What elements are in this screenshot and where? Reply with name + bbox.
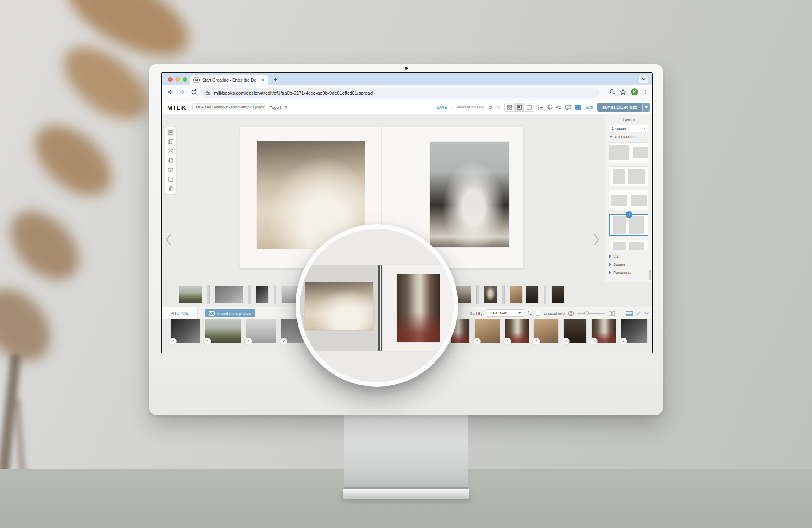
filmstrip-spread-2[interactable] (210, 286, 248, 303)
grid-photo-11[interactable]: ✓ (505, 319, 529, 343)
buy-button-label[interactable]: BUY $1,131.60 NZD (597, 103, 642, 112)
list-icon[interactable] (538, 105, 543, 110)
grid-photo-13[interactable]: ✓ (564, 319, 586, 343)
sort-dropdown[interactable]: Date taken (487, 309, 524, 317)
layouts-tool-icon[interactable] (167, 129, 174, 136)
svg-text:?: ? (568, 106, 569, 108)
panel-view-icon[interactable] (626, 311, 633, 316)
zoom-icon[interactable] (609, 89, 615, 95)
unused-only-checkbox[interactable] (536, 311, 540, 316)
large-thumbnail-icon (609, 311, 615, 316)
tab-search-chevron[interactable] (639, 75, 648, 83)
filmstrip-photo[interactable] (215, 286, 243, 303)
url-bar[interactable]: milkbooks.com/design/#/edit/df1faa6b-917… (201, 88, 599, 98)
images-count-dropdown[interactable]: 2 images (609, 125, 648, 132)
grid-photo-15[interactable]: ✓ (621, 319, 647, 343)
grid-photo-12[interactable]: ✓ (534, 319, 558, 343)
photos-tab[interactable]: PHOTOS (162, 307, 198, 319)
add-page-tool-icon[interactable] (167, 138, 174, 145)
spread-photo-bride-exiting-car[interactable] (430, 142, 509, 247)
filmstrip-spread-1[interactable] (174, 286, 207, 303)
swap-images-badge[interactable]: ⇄ (625, 211, 632, 218)
previous-spread-button[interactable] (165, 234, 174, 246)
buy-dropdown-caret[interactable] (642, 103, 650, 112)
next-spread-button[interactable] (593, 234, 602, 246)
layout-option-2[interactable] (609, 166, 648, 186)
layout-option-1[interactable] (609, 142, 648, 162)
photo-used-check-badge: ✓ (244, 338, 252, 345)
section-label: 4:3 Standard (615, 135, 636, 139)
sidebar-scrollbar[interactable] (649, 270, 651, 280)
section-panorama[interactable]: Panorama (605, 268, 652, 276)
minimize-window-icon[interactable] (175, 77, 180, 82)
new-tab-button[interactable]: + (274, 76, 277, 82)
filmstrip-spread-11[interactable] (546, 286, 569, 303)
filmstrip-photo[interactable] (526, 286, 538, 303)
filmstrip-spread-10[interactable] (505, 286, 544, 303)
window-controls[interactable] (168, 77, 187, 82)
undo-icon[interactable]: ↺ (488, 104, 493, 110)
buy-button[interactable]: BUY $1,131.60 NZD (597, 103, 650, 112)
filmstrip-spread-3[interactable] (251, 286, 274, 303)
grid-view-icon[interactable] (505, 103, 514, 111)
browser-menu-icon[interactable]: ⋮ (643, 91, 648, 93)
filmstrip-photo[interactable] (256, 286, 268, 303)
save-button[interactable]: SAVE (436, 105, 447, 110)
project-title-field[interactable]: Mr & Mrs Seymour - ProdSamp23 (copy) (192, 103, 265, 110)
gear-icon[interactable] (547, 104, 553, 110)
tab-title: Start Creating - Enter the De (202, 78, 256, 82)
filmstrip-photo[interactable] (552, 286, 564, 303)
grid-photo-14[interactable]: ✓ (592, 319, 616, 343)
milk-logo: MILK (167, 104, 187, 111)
grid-photo-3[interactable]: ✓ (246, 319, 276, 343)
filmstrip-photo[interactable] (484, 286, 497, 303)
layout-option-3[interactable] (609, 190, 648, 210)
close-window-icon[interactable] (168, 77, 173, 82)
filmstrip-divider (248, 285, 251, 304)
spread-view-icon[interactable] (524, 103, 534, 111)
section-32[interactable]: 3:2 (605, 250, 652, 260)
grid-photo-1[interactable]: ✓ (171, 319, 200, 343)
section-square[interactable]: Square (605, 260, 652, 268)
forward-icon[interactable] (179, 89, 186, 95)
filmstrip-divider (502, 285, 505, 304)
edit-tool-icon[interactable] (167, 166, 174, 173)
reload-icon[interactable] (191, 89, 197, 95)
profile-avatar[interactable]: K (631, 88, 638, 95)
chat-bubble-icon[interactable] (575, 105, 581, 110)
bookmark-star-icon[interactable] (620, 89, 626, 95)
filmstrip-photo[interactable] (510, 286, 522, 303)
layout-option-4[interactable]: ⇄ (609, 214, 648, 236)
sort-direction-icon[interactable] (527, 311, 532, 316)
site-settings-icon[interactable] (205, 91, 211, 96)
magnified-spread (300, 229, 454, 382)
info-tool-icon[interactable] (167, 175, 174, 183)
exit-button[interactable]: Exit (586, 105, 593, 110)
back-icon[interactable] (167, 89, 173, 95)
zoom-window-icon[interactable] (183, 77, 187, 82)
share-icon[interactable] (556, 105, 561, 110)
filmstrip-spread-9[interactable] (479, 286, 502, 303)
thumbnail-size-slider[interactable] (577, 313, 605, 314)
imac-stand-foot (343, 489, 469, 499)
grid-photo-2[interactable]: ✓ (205, 319, 241, 343)
layout-option-5[interactable] (609, 240, 648, 250)
collapse-panel-chevron-icon[interactable] (644, 312, 649, 315)
help-bubble-icon[interactable]: ? (565, 105, 571, 110)
browser-tab[interactable]: M Start Creating - Enter the De ✕ (190, 75, 268, 85)
filmstrip-photo[interactable] (179, 286, 202, 303)
grid-photo-10[interactable]: ✓ (475, 319, 500, 343)
redo-icon[interactable]: ↻ (496, 104, 501, 110)
slider-knob[interactable] (584, 311, 589, 315)
filmstrip-divider (274, 285, 276, 304)
tab-close-icon[interactable]: ✕ (261, 78, 265, 83)
import-photos-button[interactable]: Import more photos (205, 309, 255, 317)
section-43-standard[interactable]: 4:3 Standard (605, 132, 652, 140)
trash-tool-icon[interactable] (167, 185, 174, 192)
layout-placeholder-box (633, 147, 648, 158)
single-page-view-icon[interactable] (514, 103, 524, 111)
copy-page-tool-icon[interactable] (167, 157, 174, 164)
shuffle-tool-icon[interactable] (167, 147, 174, 155)
expand-panel-icon[interactable] (636, 311, 641, 316)
camera-icon (405, 67, 408, 70)
